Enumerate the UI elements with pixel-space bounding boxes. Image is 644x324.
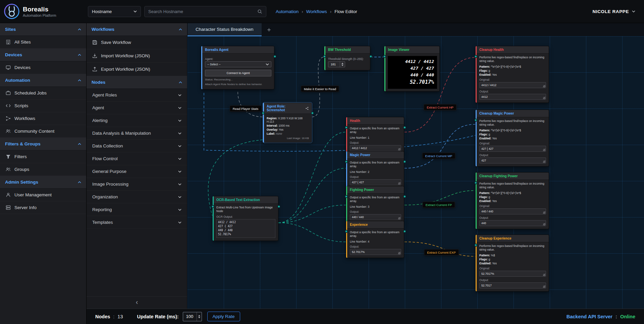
output-field[interactable]: 440 / 440	[350, 214, 401, 220]
sidebar-item-devices[interactable]: Devices	[0, 61, 86, 74]
number-stepper[interactable]	[340, 62, 345, 67]
node-category-agent[interactable]: Agent	[87, 102, 187, 114]
output-field[interactable]: 427 { 427	[350, 179, 401, 185]
sidebar-item-scheduled-jobs[interactable]: Scheduled Jobs	[0, 87, 86, 100]
input-port[interactable]	[345, 195, 348, 198]
node-category-templates[interactable]: Templates	[87, 216, 187, 229]
connect-to-agent-button[interactable]: Connect to Agent	[205, 70, 271, 76]
node-title: Magic Power	[350, 153, 370, 157]
user-menu[interactable]: NICOLE RAPPE	[593, 9, 635, 14]
palette-section-workflows[interactable]: Workflows	[87, 23, 187, 36]
node-category-alerting[interactable]: Alerting	[87, 114, 187, 127]
share-icon[interactable]	[305, 107, 309, 110]
original-field[interactable]: 52.7017%	[479, 271, 546, 277]
node-category-flow-control[interactable]: Flow Control	[87, 152, 187, 165]
sidebar-item-all-sites[interactable]: All Sites	[0, 36, 86, 49]
input-port[interactable]	[383, 55, 386, 58]
hostname-dropdown[interactable]: Hostname	[88, 6, 141, 17]
output-port[interactable]	[403, 230, 406, 233]
input-port[interactable]	[474, 55, 477, 58]
output-port[interactable]	[369, 55, 372, 58]
node-category-organization[interactable]: Organization	[87, 191, 187, 203]
node-cleanup-health[interactable]: Cleanup Health Performs live regex-based…	[476, 46, 549, 103]
add-tab-button[interactable]	[262, 23, 276, 36]
output-port[interactable]	[277, 205, 280, 208]
breadcrumb-automation[interactable]: Automation	[276, 9, 299, 14]
search-box[interactable]	[144, 6, 266, 17]
node-experience[interactable]: Experience Output a specific line from a…	[346, 221, 404, 258]
apply-rate-button[interactable]: Apply Rate	[207, 312, 240, 321]
sidebar-item-user-management[interactable]: User Management	[0, 189, 86, 201]
sidebar-item-scripts[interactable]: Scripts	[0, 100, 86, 112]
output-field[interactable]: 440	[479, 220, 546, 226]
input-port[interactable]	[211, 205, 214, 208]
category-label: General Purpose	[92, 169, 126, 174]
sidebar-item-server-info[interactable]: Server Info	[0, 201, 86, 214]
output-port[interactable]	[403, 160, 406, 163]
node-category-reporting[interactable]: Reporting	[87, 203, 187, 216]
original-field[interactable]: 427 { 427	[479, 146, 546, 152]
input-port[interactable]	[345, 126, 348, 129]
output-field[interactable]: 4412 / 4412	[350, 145, 401, 151]
update-rate-input[interactable]: 100	[183, 312, 202, 321]
input-port[interactable]	[323, 55, 326, 58]
input-port[interactable]	[345, 230, 348, 233]
flow-canvas[interactable]: Borealis Agent Agent: -- Select -- Conne…	[187, 36, 644, 324]
node-cleanup-fighting-power[interactable]: Cleanup Fighting Power Performs live reg…	[476, 172, 549, 229]
node-fighting-power[interactable]: Fighting Power Output a specific line fr…	[346, 186, 404, 223]
sidebar-section-devices[interactable]: Devices	[0, 49, 86, 61]
output-port[interactable]	[403, 126, 406, 129]
import-workflow-button[interactable]: Import Workflow (JSON)	[87, 49, 187, 63]
node-cleanup-experience[interactable]: Cleanup Experience Performs live regex-b…	[476, 235, 549, 291]
output-field[interactable]: 52.7017	[479, 282, 546, 288]
original-field[interactable]: 4412 / 4412	[479, 82, 546, 88]
export-workflow-button[interactable]: Export Workflow (JSON)	[87, 63, 187, 76]
number-stepper[interactable]	[197, 312, 202, 321]
output-field[interactable]: 4412	[479, 94, 546, 100]
node-cleanup-magic-power[interactable]: Cleanup Magic Power Performs live regex-…	[476, 110, 549, 167]
input-port[interactable]	[474, 244, 477, 247]
palette-section-nodes[interactable]: Nodes	[87, 76, 187, 89]
chevron-down-icon	[178, 196, 181, 198]
node-category-data-analysis[interactable]: Data Analysis & Manipulation	[87, 127, 187, 140]
node-category-general-purpose[interactable]: General Purpose	[87, 165, 187, 178]
input-port[interactable]	[262, 112, 265, 115]
sidebar-section-automation[interactable]: Automation	[0, 74, 86, 87]
node-borealis-agent[interactable]: Borealis Agent Agent: -- Select -- Conne…	[201, 46, 274, 89]
output-field[interactable]: 427	[479, 157, 546, 164]
sidebar-section-sites[interactable]: Sites	[0, 23, 86, 36]
save-workflow-button[interactable]: Save Workflow	[87, 36, 187, 49]
output-field[interactable]: 52.7017%	[350, 249, 401, 255]
node-agent-role-screenshot[interactable]: Agent Role: Screenshot Region: X:200 Y:4…	[263, 103, 312, 143]
node-category-data-collection[interactable]: Data Collection	[87, 140, 187, 152]
flags-label: Flags:	[479, 69, 488, 72]
node-category-agent-roles[interactable]: Agent Roles	[87, 89, 187, 102]
node-image-viewer[interactable]: Image Viewer 4412 / 4412 427 / 427 440 /…	[384, 46, 440, 91]
sidebar-item-groups[interactable]: Groups	[0, 163, 86, 176]
output-port[interactable]	[403, 195, 406, 198]
breadcrumb-workflows[interactable]: Workflows	[306, 9, 327, 14]
sidebar-item-workflows[interactable]: Workflows	[0, 112, 86, 125]
original-field[interactable]: 440 / 440	[479, 208, 546, 214]
sidebar-item-filters[interactable]: Filters	[0, 150, 86, 163]
ocr-output-textarea[interactable]: 4412 / 4412 427 { 427 440 / 440 52.7017%	[216, 219, 275, 238]
sidebar-item-community-content[interactable]: Community Content	[0, 125, 86, 138]
node-ocr-text-extraction[interactable]: OCR-Based Text Extraction Extract Multi-…	[213, 196, 278, 241]
node-magic-power[interactable]: Magic Power Output a specific line from …	[346, 151, 404, 188]
collapse-palette-button[interactable]: ‹	[87, 296, 187, 309]
search-input[interactable]	[148, 9, 255, 14]
node-health[interactable]: Health Output a specific line from an up…	[346, 117, 404, 154]
agent-select[interactable]: -- Select --	[205, 61, 271, 67]
input-port[interactable]	[474, 181, 477, 184]
input-port[interactable]	[474, 119, 477, 122]
node-bw-threshold[interactable]: BW Threshold Threshold Strength (0–255):…	[324, 46, 370, 70]
output-port[interactable]	[311, 112, 314, 115]
sidebar-section-filters-groups[interactable]: Filters & Groups	[0, 138, 86, 150]
sidebar-section-admin-settings[interactable]: Admin Settings	[0, 176, 86, 189]
input-port[interactable]	[345, 160, 348, 163]
threshold-input[interactable]: 181	[328, 61, 345, 67]
people-icon	[6, 129, 11, 134]
tab-character-status-breakdown[interactable]: Character Status Breakdown	[187, 23, 262, 36]
output-port[interactable]	[273, 55, 276, 58]
node-category-image-processing[interactable]: Image Processing	[87, 178, 187, 191]
